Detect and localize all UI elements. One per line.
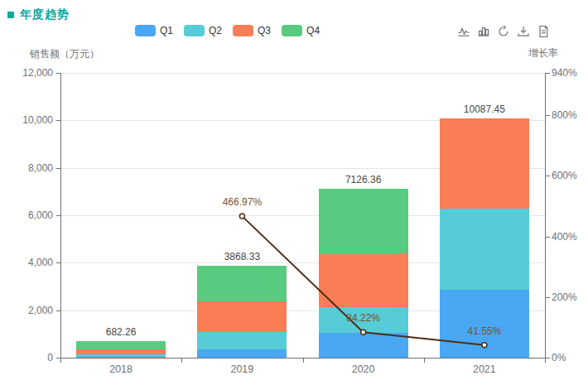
growth-value-label: 84.22%: [318, 312, 409, 324]
growth-value-label: 466.97%: [196, 196, 287, 208]
chart-plot-area: 682.263868.337126.3610087.4502,0004,0006…: [0, 0, 588, 385]
growth-line-point[interactable]: [482, 343, 487, 348]
growth-line-point[interactable]: [361, 330, 366, 334]
chart-panel: 年度趋势 Q1Q2Q3Q4 销售额（万元） 增长率 682.263868.337…: [0, 0, 588, 385]
growth-line-point[interactable]: [239, 214, 244, 219]
growth-value-label: 41.55%: [439, 325, 530, 337]
